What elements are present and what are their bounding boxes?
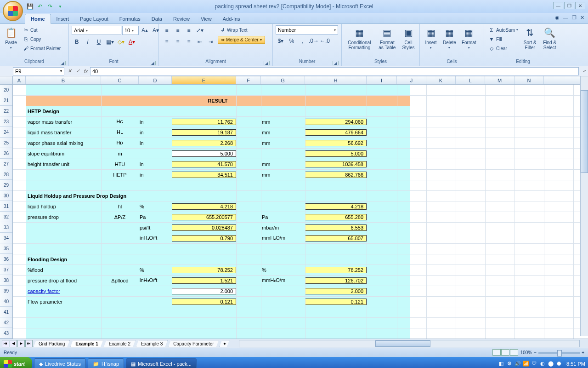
percent-icon[interactable]: % (287, 36, 297, 46)
new-sheet-button[interactable]: ✦ (220, 340, 230, 347)
sheet-tab[interactable]: Example 2 (104, 340, 136, 347)
cut-button[interactable]: ✂Cut (21, 25, 62, 34)
restore-button[interactable]: ❐ (564, 2, 574, 9)
font-name-combo[interactable]: Arial▾ (72, 26, 121, 35)
row-header[interactable]: 32 (0, 212, 12, 222)
row-header[interactable]: 41 (0, 307, 12, 317)
row-header[interactable]: 43 (0, 328, 12, 339)
qat-dropdown-icon[interactable]: ▼ (56, 2, 64, 11)
grow-font-icon[interactable]: A▴ (140, 25, 150, 35)
col-I[interactable]: I (367, 76, 397, 84)
fill-button[interactable]: ▼Fill (487, 34, 520, 44)
clipboard-dialog-icon[interactable]: ◢ (60, 61, 66, 65)
col-F[interactable]: F (236, 76, 261, 84)
inc-decimal-icon[interactable]: .0→ (309, 36, 319, 46)
tab-review[interactable]: Review (168, 14, 195, 23)
bold-button[interactable]: B (72, 37, 82, 47)
col-J[interactable]: J (397, 76, 426, 84)
row-header[interactable]: 25 (0, 138, 12, 148)
row-header[interactable]: 40 (0, 296, 12, 307)
tab-data[interactable]: Data (146, 14, 168, 23)
merge-center-button[interactable]: ⬌Merge & Center▾ (218, 36, 265, 44)
row-header[interactable]: 22 (0, 106, 12, 116)
format-painter-button[interactable]: 🖌Format Painter (21, 44, 62, 53)
zoom-slider[interactable] (538, 352, 580, 354)
undo-icon[interactable]: ↶ (36, 2, 44, 11)
tab-addins[interactable]: Add-Ins (217, 14, 246, 23)
clock[interactable]: 8:51 PM (566, 361, 585, 367)
row-header[interactable]: 36 (0, 254, 12, 264)
row-header[interactable]: 30 (0, 190, 12, 201)
name-box[interactable]: E9▾ (13, 67, 64, 75)
tray-icon[interactable]: 📶 (522, 361, 529, 368)
formula-input[interactable]: 40 (90, 67, 579, 75)
sheet-nav-prev[interactable]: ◀ (10, 340, 17, 347)
row-header[interactable]: 23 (0, 116, 12, 127)
col-D[interactable]: D (139, 76, 172, 84)
format-cells-button[interactable]: ▦Format▾ (460, 25, 478, 51)
row-header[interactable]: 38 (0, 275, 12, 286)
fill-color-button[interactable]: ◇▾ (116, 37, 126, 47)
zoom-level[interactable]: 100% (520, 350, 532, 355)
row-header[interactable]: 29 (0, 180, 12, 190)
tab-insert[interactable]: Insert (51, 14, 75, 23)
sheet-nav-last[interactable]: ⏭ (25, 340, 33, 347)
row-header[interactable]: 21 (0, 95, 12, 106)
tray-icon[interactable]: 🔊 (514, 361, 521, 368)
sheet-tab[interactable]: Example 1 (70, 340, 103, 347)
minimize-button[interactable]: — (553, 2, 563, 9)
zoom-out-icon[interactable]: − (534, 350, 537, 355)
spreadsheet-grid[interactable]: 2021222324252627282930313233343536373839… (0, 85, 588, 339)
fx-icon[interactable]: fx (82, 69, 90, 74)
col-C[interactable]: C (101, 76, 139, 84)
alignment-dialog-icon[interactable]: ◢ (264, 61, 270, 65)
dec-indent-icon[interactable]: ⇤ (195, 37, 205, 47)
row-header[interactable]: 39 (0, 286, 12, 296)
row-header[interactable]: 34 (0, 233, 12, 243)
font-dialog-icon[interactable]: ◢ (150, 61, 156, 65)
tray-icon[interactable]: ◧ (498, 361, 504, 368)
select-all-button[interactable] (0, 76, 13, 84)
col-G[interactable]: G (261, 76, 305, 84)
col-L[interactable]: L (456, 76, 485, 84)
row-header[interactable]: 27 (0, 159, 12, 169)
col-M[interactable]: M (485, 76, 514, 84)
orientation-icon[interactable]: ⤢▾ (195, 25, 205, 35)
number-dialog-icon[interactable]: ◢ (333, 61, 339, 65)
row-header[interactable]: 42 (0, 317, 12, 328)
tray-icon[interactable]: ⚙ (506, 361, 513, 368)
col-H[interactable]: H (305, 76, 367, 84)
sheet-nav-next[interactable]: ▶ (17, 340, 25, 347)
row-header[interactable]: 26 (0, 148, 12, 159)
doc-close-icon[interactable]: ✕ (580, 15, 584, 21)
insert-cells-button[interactable]: ▦Insert▾ (423, 25, 439, 51)
tab-view[interactable]: View (195, 14, 217, 23)
accounting-icon[interactable]: $▾ (276, 36, 286, 46)
autosum-button[interactable]: ΣAutoSum▾ (487, 25, 520, 34)
tab-page-layout[interactable]: Page Layout (74, 14, 114, 23)
min-ribbon-icon[interactable]: — (563, 15, 568, 21)
sheet-tab[interactable]: Example 3 (136, 340, 168, 347)
copy-button[interactable]: ⎘Copy (21, 34, 62, 44)
conditional-formatting-button[interactable]: ▦Conditional Formatting (345, 25, 374, 51)
col-K[interactable]: K (426, 76, 456, 84)
cancel-fx-icon[interactable]: ✕ (65, 68, 74, 74)
taskbar-item[interactable]: 📁H:\snap (88, 358, 124, 368)
align-bottom-icon[interactable]: ≡ (184, 25, 194, 35)
col-E[interactable]: E (172, 76, 236, 84)
wrap-text-button[interactable]: ↲Wrap Text (218, 25, 265, 34)
number-format-combo[interactable]: Number▾ (276, 25, 338, 34)
sort-filter-button[interactable]: ⇅Sort & Filter (521, 25, 538, 51)
clear-button[interactable]: ◇Clear (487, 44, 520, 53)
start-button[interactable]: start (0, 357, 32, 368)
col-A[interactable]: A (13, 76, 26, 84)
sheet-tab[interactable]: Capacity Parameter (168, 340, 219, 347)
tray-icon[interactable]: ⬤ (547, 361, 554, 368)
row-header[interactable]: 37 (0, 264, 12, 275)
office-button[interactable] (3, 1, 23, 21)
inc-indent-icon[interactable]: ⇥ (206, 37, 216, 47)
align-right-icon[interactable]: ≡ (184, 37, 194, 47)
tray-icon[interactable]: ⬣ (555, 361, 562, 368)
row-header[interactable]: 28 (0, 169, 12, 180)
align-middle-icon[interactable]: ≡ (173, 25, 183, 35)
